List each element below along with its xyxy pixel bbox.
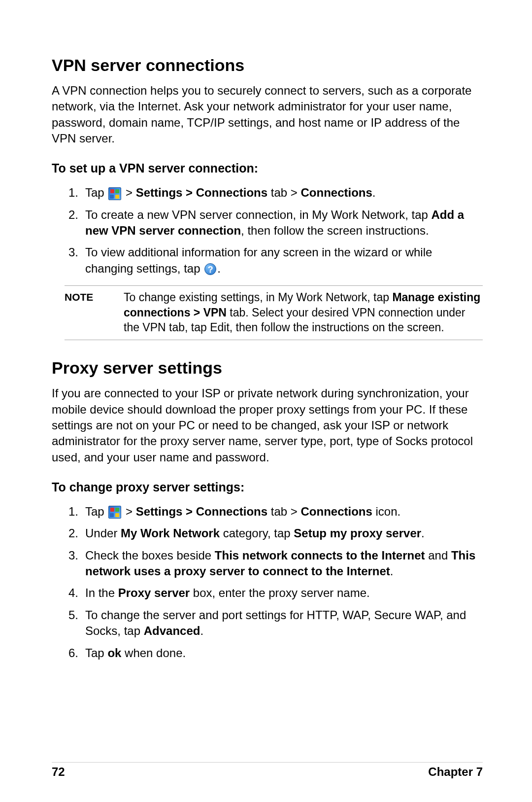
note-block: NOTE To change existing settings, in My … [65,285,483,340]
footer-separator [52,762,483,763]
start-flag-icon [108,187,121,200]
proxy-step-5: 5. To change the server and port setting… [85,607,483,639]
proxy-subheading: To change proxy server settings: [52,479,483,496]
start-flag-icon [108,506,121,519]
proxy-step-3: 3. Check the boxes beside This network c… [85,548,483,580]
note-text: To change existing settings, in My Work … [124,290,483,335]
help-question-icon [204,263,216,275]
proxy-step-2: 2. Under My Work Network category, tap S… [85,525,483,541]
page-number: 72 [52,764,65,780]
note-label: NOTE [65,290,124,335]
vpn-section: VPN server connections A VPN connection … [52,54,483,340]
proxy-step-4: 4. In the Proxy server box, enter the pr… [85,585,483,601]
vpn-steps: 1. Tap > Settings > Connections tab > Co… [52,185,483,277]
vpn-intro: A VPN connection helps you to securely c… [52,83,483,147]
proxy-steps: 1. Tap > Settings > Connections tab > Co… [52,504,483,661]
vpn-step-1: 1. Tap > Settings > Connections tab > Co… [85,185,483,201]
vpn-subheading: To set up a VPN server connection: [52,160,483,177]
proxy-step-6: 6. Tap ok when done. [85,645,483,661]
footer: 72 Chapter 7 [52,764,483,780]
proxy-step-1: 1. Tap > Settings > Connections tab > Co… [85,504,483,520]
proxy-intro: If you are connected to your ISP or priv… [52,385,483,465]
chapter-label: Chapter 7 [428,764,483,780]
vpn-step-2: 2. To create a new VPN server connection… [85,207,483,239]
vpn-step-3: 3. To view additional information for an… [85,244,483,277]
proxy-section: Proxy server settings If you are connect… [52,357,483,661]
vpn-heading: VPN server connections [52,54,483,77]
proxy-heading: Proxy server settings [52,357,483,380]
